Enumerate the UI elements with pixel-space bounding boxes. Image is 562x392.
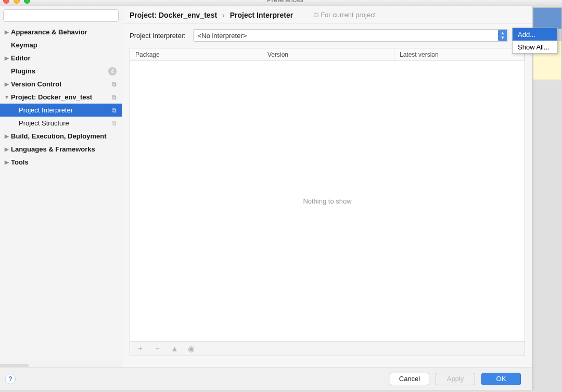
- add-package-button[interactable]: ＋: [136, 344, 144, 353]
- select-chevrons-icon[interactable]: ▲▼: [498, 30, 507, 41]
- sidebar-item-interpreter[interactable]: Project Interpreter ⧉: [0, 104, 122, 117]
- sidebar-item-languages[interactable]: ▶ Languages & Frameworks: [0, 143, 122, 156]
- breadcrumb: Project: Docker_env_test › Project Inter…: [122, 6, 532, 24]
- chevron-right-icon: ▶: [4, 133, 9, 139]
- sidebar-item-label: Appearance & Behavior: [11, 28, 87, 36]
- sidebar-item-build[interactable]: ▶ Build, Execution, Deployment: [0, 130, 122, 143]
- column-header-package[interactable]: Package: [130, 48, 262, 60]
- column-header-version[interactable]: Version: [262, 48, 394, 60]
- chevron-right-icon: ▶: [4, 55, 9, 61]
- sidebar-item-label: Version Control: [11, 80, 61, 88]
- plugins-badge: 4: [108, 67, 117, 75]
- breadcrumb-seg-project[interactable]: Project: Docker_env_test: [130, 11, 217, 19]
- menu-item-add[interactable]: Add...: [513, 28, 557, 41]
- breadcrumb-seg-interpreter: Project Interpreter: [230, 11, 293, 19]
- chevron-right-icon: ▶: [4, 29, 9, 35]
- copy-icon: ⧉: [112, 107, 117, 114]
- chevron-right-icon: ▶: [4, 159, 9, 165]
- interpreter-select[interactable]: <No interpreter> ▲▼: [193, 29, 508, 42]
- remove-package-button[interactable]: －: [154, 344, 161, 353]
- chevron-right-icon: ›: [222, 11, 225, 19]
- help-button[interactable]: ?: [5, 374, 16, 384]
- upgrade-package-button[interactable]: ▲: [171, 344, 178, 353]
- help-icon: ?: [8, 375, 12, 383]
- preferences-window: 🔍 ▶ Appearance & Behavior Keymap ▶ Edito…: [0, 6, 533, 390]
- show-early-releases-button[interactable]: ◉: [188, 344, 195, 353]
- copy-icon: ⧉: [112, 94, 117, 101]
- copy-icon: ⧉: [112, 120, 117, 127]
- sidebar-item-appearance[interactable]: ▶ Appearance & Behavior: [0, 26, 122, 39]
- apply-button: Apply: [436, 373, 475, 385]
- sidebar-item-label: Project: Docker_env_test: [11, 93, 92, 101]
- cancel-button[interactable]: Cancel: [390, 373, 429, 385]
- column-header-latest[interactable]: Latest version: [394, 48, 525, 60]
- interpreter-row: Project Interpreter: <No interpreter> ▲▼…: [122, 24, 532, 45]
- table-toolbar: ＋ － ▲ ◉: [130, 342, 525, 356]
- sidebar-item-label: Project Interpreter: [19, 106, 73, 114]
- interpreter-label: Project Interpreter:: [130, 32, 186, 40]
- table-empty-message: Nothing to show: [130, 61, 525, 341]
- interpreter-menu: Add... Show All...: [512, 28, 558, 54]
- packages-table: Package Version Latest version Nothing t…: [130, 48, 525, 342]
- sidebar-item-vcs[interactable]: ▶ Version Control ⧉: [0, 78, 122, 91]
- sidebar-item-plugins[interactable]: Plugins 4: [0, 65, 122, 78]
- sidebar-item-label: Project Structure: [19, 119, 69, 127]
- sidebar-item-editor[interactable]: ▶ Editor: [0, 52, 122, 65]
- chevron-down-icon: ▼: [4, 94, 9, 100]
- sidebar-item-keymap[interactable]: Keymap: [0, 39, 122, 52]
- ok-button[interactable]: OK: [481, 373, 521, 385]
- interpreter-value: <No interpreter>: [198, 32, 247, 40]
- sidebar-item-label: Tools: [11, 158, 29, 166]
- search-input[interactable]: [3, 9, 119, 22]
- sidebar-item-label: Keymap: [11, 41, 37, 49]
- titlebar: Preferences: [0, 0, 562, 6]
- table-header: Package Version Latest version: [130, 48, 525, 61]
- sidebar: 🔍 ▶ Appearance & Behavior Keymap ▶ Edito…: [0, 6, 122, 367]
- window-title: Preferences: [4, 0, 562, 4]
- sidebar-item-label: Build, Execution, Deployment: [11, 132, 106, 140]
- chevron-right-icon: ▶: [4, 146, 9, 152]
- main-panel: Project: Docker_env_test › Project Inter…: [122, 6, 532, 367]
- copy-icon: ⧉: [314, 11, 318, 19]
- sidebar-item-label: Languages & Frameworks: [11, 145, 95, 153]
- settings-tree: ▶ Appearance & Behavior Keymap ▶ Editor …: [0, 24, 122, 367]
- sidebar-item-tools[interactable]: ▶ Tools: [0, 156, 122, 169]
- for-current-project-label: ⧉For current project: [314, 11, 376, 19]
- sidebar-item-label: Editor: [11, 54, 31, 62]
- corner: [0, 364, 29, 367]
- copy-icon: ⧉: [112, 81, 117, 88]
- sidebar-item-project[interactable]: ▼ Project: Docker_env_test ⧉: [0, 91, 122, 104]
- dialog-footer: ? Cancel Apply OK: [0, 367, 532, 390]
- chevron-right-icon: ▶: [4, 81, 9, 87]
- sidebar-item-label: Plugins: [11, 67, 35, 75]
- menu-item-show-all[interactable]: Show All...: [513, 41, 557, 53]
- sidebar-item-structure[interactable]: Project Structure ⧉: [0, 117, 122, 130]
